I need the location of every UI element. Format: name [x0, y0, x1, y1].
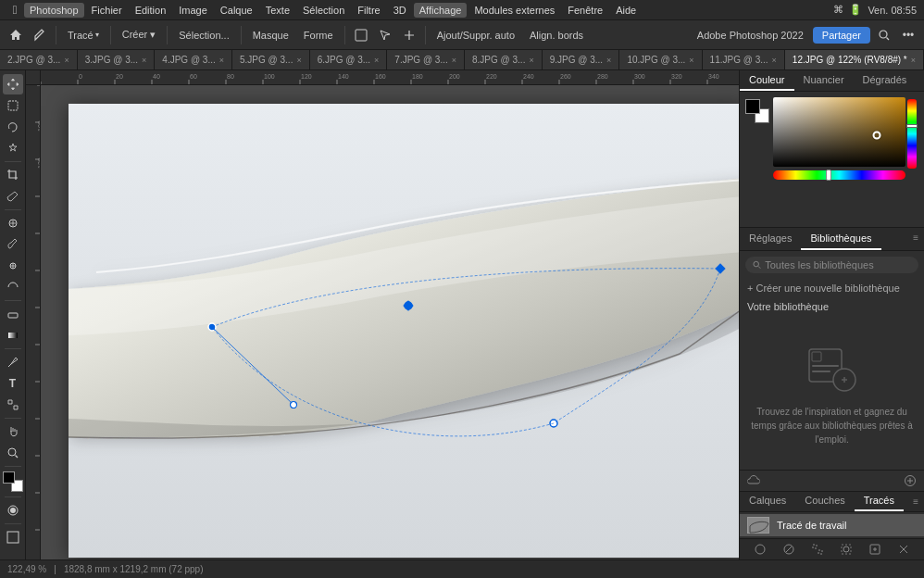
tab-8-close[interactable]: ×	[529, 56, 533, 65]
pen-tool-left[interactable]	[3, 352, 23, 372]
menu-fichier[interactable]: Fichier	[86, 3, 128, 18]
tab-7[interactable]: 7.JPG @ 3... ×	[387, 50, 465, 70]
align-bords-btn[interactable]: Align. bords	[524, 24, 589, 46]
clone-tool[interactable]	[3, 256, 23, 276]
menu-edition[interactable]: Edition	[130, 3, 172, 18]
tab-motifs[interactable]: Motifs	[916, 70, 924, 91]
add-lib-btn[interactable]	[904, 474, 917, 487]
tab-bibliotheques[interactable]: Bibliothèques	[801, 228, 880, 250]
menu-selection[interactable]: Sélection	[297, 3, 350, 18]
canvas-area[interactable]: 0 20 40 60 80 100 120 140 160	[26, 70, 739, 559]
quick-mask-btn[interactable]	[3, 500, 23, 521]
tab-5[interactable]: 5.JPG @ 3... ×	[232, 50, 310, 70]
tab-12-close[interactable]: ×	[911, 56, 916, 65]
magic-wand-tool[interactable]	[3, 138, 23, 158]
more-options-btn[interactable]: •••	[898, 25, 918, 45]
selection-to-path-btn[interactable]	[840, 543, 853, 556]
forme-btn[interactable]: Forme	[298, 24, 339, 46]
tab-couleur[interactable]: Couleur	[740, 70, 794, 91]
gradient-tool[interactable]	[3, 325, 23, 346]
bottom-panel-menu-btn[interactable]: ≡	[907, 492, 924, 511]
trace-dropdown[interactable]: Tracé ▾	[62, 24, 105, 46]
tab-12[interactable]: 12.JPG @ 122% (RV8/8#) * ×	[785, 50, 924, 70]
create-dropdown[interactable]: Créer ▾	[117, 24, 162, 46]
menu-fenetre[interactable]: Fenêtre	[562, 3, 608, 18]
library-search-input[interactable]	[765, 259, 911, 270]
path-row-work[interactable]: Tracé de travail	[740, 514, 924, 536]
lib-panel-menu-btn[interactable]: ≡	[907, 228, 924, 250]
menu-modules[interactable]: Modules externes	[468, 3, 560, 18]
menu-3d[interactable]: 3D	[388, 3, 412, 18]
add-anchor-btn[interactable]	[399, 25, 419, 45]
tab-calques[interactable]: Calques	[740, 492, 795, 511]
menu-photoshop[interactable]: Photoshop	[24, 3, 84, 18]
new-path-btn[interactable]	[868, 543, 881, 556]
share-button[interactable]: Partager	[813, 27, 870, 44]
eyedropper-tool[interactable]	[3, 186, 23, 207]
tab-7-close[interactable]: ×	[452, 56, 456, 65]
menu-image[interactable]: Image	[173, 3, 213, 18]
menu-filtre[interactable]: Filtre	[352, 3, 385, 18]
tab-3-close[interactable]: ×	[142, 56, 146, 65]
crop-tool[interactable]	[3, 165, 23, 185]
stroke-path-btn[interactable]	[782, 543, 795, 556]
tab-3[interactable]: 3.JPG @ 3... ×	[78, 50, 156, 70]
pen-tool-btn[interactable]	[30, 25, 50, 45]
tab-couches[interactable]: Couches	[795, 492, 854, 511]
heal-tool[interactable]	[3, 213, 23, 233]
fg-swatch[interactable]	[745, 99, 760, 114]
color-saturation-value[interactable]	[773, 97, 905, 167]
tab-11[interactable]: 11.JPG @ 3... ×	[703, 50, 785, 70]
select-tool[interactable]	[3, 95, 23, 116]
path-select-btn[interactable]	[351, 25, 371, 45]
tab-8[interactable]: 8.JPG @ 3... ×	[465, 50, 543, 70]
menu-calque[interactable]: Calque	[215, 3, 258, 18]
path-tool[interactable]	[3, 395, 23, 415]
menu-affichage[interactable]: Affichage	[414, 3, 468, 18]
tab-6-close[interactable]: ×	[374, 56, 379, 65]
masque-btn[interactable]: Masque	[247, 24, 294, 46]
screen-mode-btn[interactable]	[3, 527, 23, 547]
tab-degrades[interactable]: Dégradés	[854, 70, 917, 91]
move-tool[interactable]	[3, 74, 23, 94]
search-btn[interactable]	[874, 25, 894, 45]
tab-6[interactable]: 6.JPG @ 3... ×	[310, 50, 388, 70]
eraser-tool[interactable]	[3, 304, 23, 324]
tab-11-close[interactable]: ×	[772, 56, 777, 65]
tab-reglages[interactable]: Réglages	[740, 228, 801, 250]
anchor-4[interactable]	[550, 420, 557, 427]
tab-10-close[interactable]: ×	[689, 56, 693, 65]
zoom-tool[interactable]	[3, 443, 23, 463]
direct-select-btn[interactable]	[375, 25, 395, 45]
menu-aide[interactable]: Aide	[610, 3, 642, 18]
hue-strip[interactable]	[907, 99, 917, 169]
tab-traces[interactable]: Tracés	[855, 492, 904, 511]
create-library-btn[interactable]: + Créer une nouvelle bibliothèque	[740, 279, 924, 297]
tab-2-close[interactable]: ×	[64, 56, 69, 65]
hand-tool[interactable]	[3, 421, 23, 442]
history-brush-tool[interactable]	[3, 277, 23, 297]
delete-path-btn[interactable]	[897, 543, 910, 556]
hue-slider[interactable]	[773, 170, 905, 180]
tab-2[interactable]: 2.JPG @ 3... ×	[0, 50, 78, 70]
tab-4-close[interactable]: ×	[219, 56, 224, 65]
ajout-suppr-btn[interactable]: Ajout/Suppr. auto	[431, 24, 520, 46]
control-handle-1[interactable]	[291, 402, 297, 408]
tab-9-close[interactable]: ×	[606, 56, 611, 65]
tab-10[interactable]: 10.JPG @ 3... ×	[619, 50, 702, 70]
apple-menu[interactable]: 	[7, 3, 22, 18]
lasso-tool[interactable]	[3, 117, 23, 137]
tab-nuancier[interactable]: Nuancier	[794, 70, 854, 91]
color-swatches-area[interactable]	[3, 471, 23, 492]
brush-tool[interactable]	[3, 234, 23, 255]
home-tool-btn[interactable]	[6, 25, 26, 45]
fill-path-btn[interactable]	[754, 543, 767, 556]
lib-search-bar[interactable]	[745, 257, 918, 273]
path-to-selection-btn[interactable]	[811, 543, 824, 556]
text-tool[interactable]: T	[3, 373, 23, 394]
foreground-color-swatch[interactable]	[3, 471, 15, 484]
color-gradient-area[interactable]	[773, 97, 905, 180]
menu-texte[interactable]: Texte	[260, 3, 295, 18]
tab-4[interactable]: 4.JPG @ 3... ×	[155, 50, 232, 70]
tab-9[interactable]: 9.JPG @ 3... ×	[543, 50, 620, 70]
